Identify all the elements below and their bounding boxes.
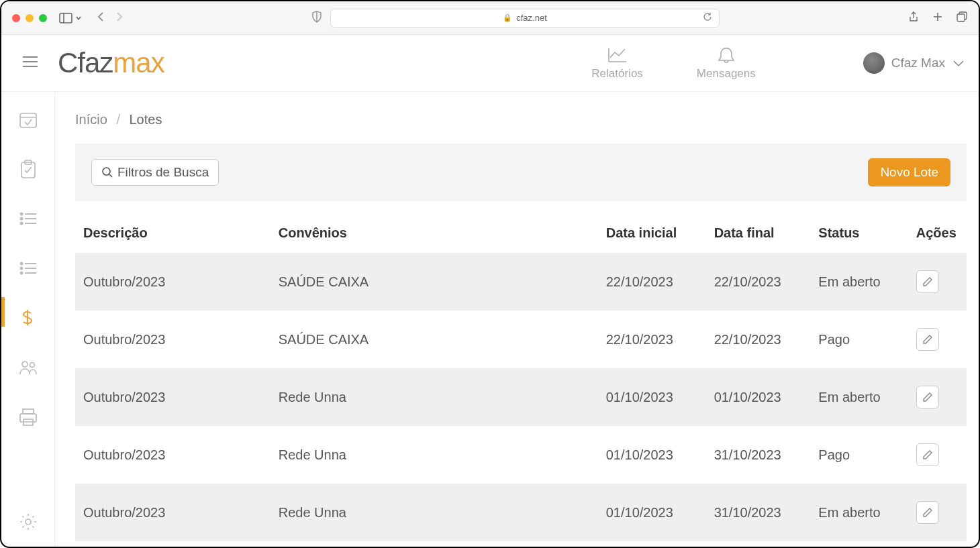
cell-acoes [908,368,967,426]
cell-data-final: 31/10/2023 [706,426,811,484]
cell-descricao: Outubro/2023 [75,368,271,426]
breadcrumb-home[interactable]: Início [75,112,107,127]
lock-icon: 🔒 [503,13,512,22]
table-row: Outubro/2023 Rede Unna 01/10/2023 31/10/… [75,484,967,541]
table-row: Outubro/2023 Rede Unna 01/10/2023 31/10/… [75,426,967,484]
edit-button[interactable] [916,270,939,293]
cell-convenios: SAÚDE CAIXA [271,311,598,368]
svg-point-21 [20,268,22,270]
cell-convenios: Rede Unna [271,368,598,426]
edit-button[interactable] [916,386,939,408]
avatar [863,52,885,74]
svg-point-13 [20,213,22,215]
nav-reports[interactable]: Relatórios [591,46,643,80]
active-indicator [1,297,5,327]
rail-finance-icon[interactable] [17,307,40,329]
th-acoes: Ações [908,213,967,253]
svg-line-32 [109,174,112,177]
cell-convenios: Rede Unna [271,426,598,484]
pencil-icon [922,392,933,402]
svg-point-23 [20,272,22,274]
nav-messages[interactable]: Mensagens [697,46,756,80]
cell-data-inicial: 01/10/2023 [598,368,706,426]
cell-data-final: 31/10/2023 [706,484,811,541]
chevron-down-icon [952,58,965,68]
svg-point-15 [20,218,22,220]
new-tab-icon[interactable] [932,11,944,25]
breadcrumb-current: Lotes [130,112,162,127]
tabs-icon[interactable] [956,11,968,25]
th-data-final: Data final [706,213,811,253]
edit-button[interactable] [916,443,939,466]
cell-status: Em aberto [810,253,908,311]
hamburger-menu-icon[interactable] [21,54,39,72]
cell-acoes [908,484,967,541]
window-minimize-icon[interactable] [26,14,34,22]
pencil-icon [922,449,933,460]
pencil-icon [922,276,933,287]
new-lote-button[interactable]: Novo Lote [868,158,950,186]
svg-point-31 [103,168,110,175]
nav-back-icon[interactable] [97,11,105,25]
th-descricao: Descrição [75,213,271,253]
rail-list1-icon[interactable] [17,207,40,230]
svg-point-27 [30,363,34,368]
svg-rect-5 [957,14,965,21]
svg-point-26 [22,362,28,367]
cell-data-inicial: 22/10/2023 [598,311,706,368]
nav-reports-label: Relatórios [591,67,643,80]
rail-print-icon[interactable] [17,406,40,429]
app-header: Cfazmax Relatórios Mensagens Cfaz Max [1,35,979,92]
breadcrumb: Início / Lotes [75,112,967,127]
cell-descricao: Outubro/2023 [75,253,271,311]
url-text: cfaz.net [516,13,547,23]
user-menu[interactable]: Cfaz Max [863,52,965,74]
svg-rect-0 [60,13,72,23]
pencil-icon [922,334,933,345]
th-data-inicial: Data inicial [598,213,706,253]
edit-button[interactable] [916,328,939,351]
cell-data-inicial: 22/10/2023 [598,253,706,311]
sidebar-toggle-icon[interactable] [59,13,82,23]
pencil-icon [922,507,933,518]
window-maximize-icon[interactable] [39,14,47,22]
rail-clipboard-icon[interactable] [17,158,40,180]
table-row: Outubro/2023 Rede Unna 01/10/2023 01/10/… [75,368,967,426]
cell-status: Pago [810,311,908,368]
reload-icon[interactable] [703,12,712,23]
th-convenios: Convênios [271,213,598,253]
svg-point-17 [20,223,22,225]
cell-acoes [908,253,967,311]
toolbar: Filtros de Busca Novo Lote [75,144,967,201]
svg-point-19 [20,263,22,265]
svg-rect-9 [20,113,36,127]
share-icon[interactable] [908,11,920,25]
cell-data-final: 22/10/2023 [706,253,811,311]
address-bar[interactable]: 🔒 cfaz.net [330,9,720,28]
cell-status: Em aberto [810,368,908,426]
table-row: Outubro/2023 SAÚDE CAIXA 22/10/2023 22/1… [75,311,967,368]
lotes-table: Descrição Convênios Data inicial Data fi… [75,213,967,541]
cell-descricao: Outubro/2023 [75,311,271,368]
th-status: Status [810,213,908,253]
edit-button[interactable] [916,501,939,524]
filter-button[interactable]: Filtros de Busca [91,159,219,186]
rail-list2-icon[interactable] [17,257,40,280]
cell-convenios: Rede Unna [271,484,598,541]
cell-descricao: Outubro/2023 [75,426,271,484]
window-close-icon[interactable] [12,14,20,22]
cell-convenios: SAÚDE CAIXA [271,253,598,311]
shield-icon[interactable] [311,11,322,25]
cell-acoes [908,426,967,484]
nav-messages-label: Mensagens [697,67,756,80]
rail-calendar-icon[interactable] [17,108,40,131]
rail-users-icon[interactable] [17,356,40,379]
left-rail [1,92,55,547]
search-icon [101,166,113,178]
table-row: Outubro/2023 SAÚDE CAIXA 22/10/2023 22/1… [75,253,967,311]
svg-rect-28 [23,409,34,414]
filter-label: Filtros de Busca [117,165,209,180]
nav-forward-icon[interactable] [115,11,124,25]
rail-settings-icon[interactable] [17,510,40,533]
logo[interactable]: Cfazmax [58,47,164,79]
